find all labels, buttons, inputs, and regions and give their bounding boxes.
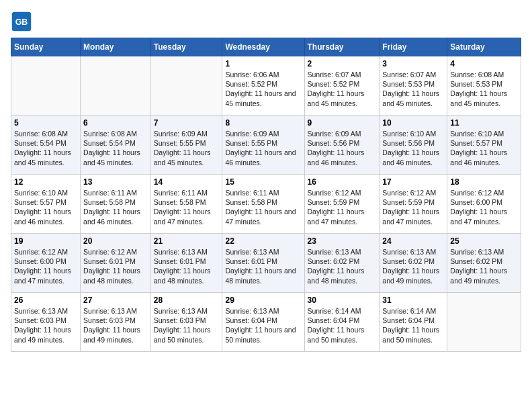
weekday-header-tuesday: Tuesday	[150, 38, 222, 56]
day-content: Sunrise: 6:12 AM Sunset: 6:00 PM Dayligh…	[14, 247, 77, 285]
calendar-cell: 26Sunrise: 6:13 AM Sunset: 6:03 PM Dayli…	[11, 293, 81, 352]
calendar-cell: 3Sunrise: 6:07 AM Sunset: 5:53 PM Daylig…	[380, 56, 447, 116]
day-content: Sunrise: 6:13 AM Sunset: 6:03 PM Dayligh…	[83, 306, 148, 345]
day-content: Sunrise: 6:13 AM Sunset: 6:01 PM Dayligh…	[225, 247, 301, 285]
calendar-cell: 21Sunrise: 6:13 AM Sunset: 6:01 PM Dayli…	[150, 234, 222, 293]
calendar-cell: 8Sunrise: 6:09 AM Sunset: 5:55 PM Daylig…	[222, 116, 304, 175]
day-content: Sunrise: 6:08 AM Sunset: 5:53 PM Dayligh…	[450, 70, 518, 108]
day-content: Sunrise: 6:13 AM Sunset: 6:01 PM Dayligh…	[154, 247, 220, 285]
day-number: 1	[225, 59, 301, 68]
day-content: Sunrise: 6:07 AM Sunset: 5:52 PM Dayligh…	[308, 70, 377, 108]
day-number: 29	[225, 295, 301, 305]
calendar-cell: 10Sunrise: 6:10 AM Sunset: 5:56 PM Dayli…	[380, 116, 447, 175]
calendar-cell: 28Sunrise: 6:13 AM Sunset: 6:03 PM Dayli…	[150, 293, 222, 352]
day-content: Sunrise: 6:12 AM Sunset: 6:00 PM Dayligh…	[450, 188, 518, 226]
page-header: GB	[11, 11, 521, 32]
calendar-cell: 16Sunrise: 6:12 AM Sunset: 5:59 PM Dayli…	[304, 175, 380, 234]
day-number: 30	[308, 295, 377, 305]
day-content: Sunrise: 6:13 AM Sunset: 6:04 PM Dayligh…	[225, 306, 301, 345]
weekday-header-row: SundayMondayTuesdayWednesdayThursdayFrid…	[11, 38, 521, 56]
logo: GB	[11, 11, 35, 32]
calendar-cell: 31Sunrise: 6:14 AM Sunset: 6:04 PM Dayli…	[380, 293, 447, 352]
weekday-header-friday: Friday	[380, 38, 447, 56]
calendar-cell: 15Sunrise: 6:11 AM Sunset: 5:58 PM Dayli…	[222, 175, 304, 234]
day-content: Sunrise: 6:09 AM Sunset: 5:56 PM Dayligh…	[308, 129, 377, 167]
calendar-cell: 12Sunrise: 6:10 AM Sunset: 5:57 PM Dayli…	[11, 175, 81, 234]
day-number: 27	[83, 295, 148, 305]
day-number: 20	[83, 236, 148, 246]
day-number: 7	[154, 118, 220, 128]
calendar-week-row: 5Sunrise: 6:08 AM Sunset: 5:54 PM Daylig…	[11, 116, 521, 175]
day-number: 19	[14, 236, 77, 246]
calendar-cell: 18Sunrise: 6:12 AM Sunset: 6:00 PM Dayli…	[447, 175, 521, 234]
day-number: 11	[450, 118, 518, 128]
day-number: 2	[308, 59, 377, 68]
day-content: Sunrise: 6:13 AM Sunset: 6:02 PM Dayligh…	[382, 247, 444, 285]
calendar-cell: 24Sunrise: 6:13 AM Sunset: 6:02 PM Dayli…	[380, 234, 447, 293]
day-number: 22	[225, 236, 301, 246]
calendar-cell: 19Sunrise: 6:12 AM Sunset: 6:00 PM Dayli…	[11, 234, 81, 293]
day-content: Sunrise: 6:11 AM Sunset: 5:58 PM Dayligh…	[154, 188, 220, 226]
calendar-cell: 13Sunrise: 6:11 AM Sunset: 5:58 PM Dayli…	[81, 175, 151, 234]
day-number: 5	[14, 118, 77, 128]
day-number: 13	[83, 177, 148, 187]
day-number: 31	[382, 295, 444, 305]
day-number: 25	[450, 236, 518, 246]
day-content: Sunrise: 6:12 AM Sunset: 5:59 PM Dayligh…	[382, 188, 444, 226]
day-content: Sunrise: 6:10 AM Sunset: 5:56 PM Dayligh…	[382, 129, 444, 167]
day-number: 24	[382, 236, 444, 246]
day-content: Sunrise: 6:13 AM Sunset: 6:02 PM Dayligh…	[308, 247, 377, 285]
day-content: Sunrise: 6:09 AM Sunset: 5:55 PM Dayligh…	[154, 129, 220, 167]
day-content: Sunrise: 6:10 AM Sunset: 5:57 PM Dayligh…	[14, 188, 77, 226]
day-content: Sunrise: 6:14 AM Sunset: 6:04 PM Dayligh…	[382, 306, 444, 345]
calendar-cell: 1Sunrise: 6:06 AM Sunset: 5:52 PM Daylig…	[222, 56, 304, 116]
calendar-cell: 6Sunrise: 6:08 AM Sunset: 5:54 PM Daylig…	[81, 116, 151, 175]
calendar-cell: 25Sunrise: 6:13 AM Sunset: 6:02 PM Dayli…	[447, 234, 521, 293]
day-number: 12	[14, 177, 77, 187]
calendar-cell: 20Sunrise: 6:12 AM Sunset: 6:01 PM Dayli…	[81, 234, 151, 293]
calendar-week-row: 19Sunrise: 6:12 AM Sunset: 6:00 PM Dayli…	[11, 234, 521, 293]
day-content: Sunrise: 6:14 AM Sunset: 6:04 PM Dayligh…	[308, 306, 377, 345]
day-number: 9	[308, 118, 377, 128]
day-number: 10	[382, 118, 444, 128]
day-content: Sunrise: 6:13 AM Sunset: 6:03 PM Dayligh…	[14, 306, 77, 345]
calendar-cell	[150, 56, 222, 116]
weekday-header-sunday: Sunday	[11, 38, 81, 56]
day-number: 28	[154, 295, 220, 305]
calendar-cell: 23Sunrise: 6:13 AM Sunset: 6:02 PM Dayli…	[304, 234, 380, 293]
weekday-header-saturday: Saturday	[447, 38, 521, 56]
calendar-cell	[447, 293, 521, 352]
calendar-cell: 17Sunrise: 6:12 AM Sunset: 5:59 PM Dayli…	[380, 175, 447, 234]
calendar-cell: 11Sunrise: 6:10 AM Sunset: 5:57 PM Dayli…	[447, 116, 521, 175]
day-content: Sunrise: 6:06 AM Sunset: 5:52 PM Dayligh…	[225, 70, 301, 108]
day-number: 16	[308, 177, 377, 187]
day-content: Sunrise: 6:08 AM Sunset: 5:54 PM Dayligh…	[14, 129, 77, 167]
day-number: 8	[225, 118, 301, 128]
day-number: 15	[225, 177, 301, 187]
day-content: Sunrise: 6:11 AM Sunset: 5:58 PM Dayligh…	[83, 188, 148, 226]
day-number: 3	[382, 59, 444, 68]
calendar-cell: 29Sunrise: 6:13 AM Sunset: 6:04 PM Dayli…	[222, 293, 304, 352]
svg-text:GB: GB	[15, 17, 28, 27]
calendar-week-row: 12Sunrise: 6:10 AM Sunset: 5:57 PM Dayli…	[11, 175, 521, 234]
calendar-cell: 7Sunrise: 6:09 AM Sunset: 5:55 PM Daylig…	[150, 116, 222, 175]
calendar-cell: 22Sunrise: 6:13 AM Sunset: 6:01 PM Dayli…	[222, 234, 304, 293]
weekday-header-wednesday: Wednesday	[222, 38, 304, 56]
day-content: Sunrise: 6:12 AM Sunset: 5:59 PM Dayligh…	[308, 188, 377, 226]
day-number: 18	[450, 177, 518, 187]
day-number: 4	[450, 59, 518, 68]
calendar-cell: 14Sunrise: 6:11 AM Sunset: 5:58 PM Dayli…	[150, 175, 222, 234]
calendar-week-row: 26Sunrise: 6:13 AM Sunset: 6:03 PM Dayli…	[11, 293, 521, 352]
day-number: 14	[154, 177, 220, 187]
calendar-cell: 5Sunrise: 6:08 AM Sunset: 5:54 PM Daylig…	[11, 116, 81, 175]
calendar-cell: 30Sunrise: 6:14 AM Sunset: 6:04 PM Dayli…	[304, 293, 380, 352]
day-content: Sunrise: 6:09 AM Sunset: 5:55 PM Dayligh…	[225, 129, 301, 167]
calendar-cell: 4Sunrise: 6:08 AM Sunset: 5:53 PM Daylig…	[447, 56, 521, 116]
day-content: Sunrise: 6:12 AM Sunset: 6:01 PM Dayligh…	[83, 247, 148, 285]
weekday-header-thursday: Thursday	[304, 38, 380, 56]
calendar-cell: 9Sunrise: 6:09 AM Sunset: 5:56 PM Daylig…	[304, 116, 380, 175]
day-number: 23	[308, 236, 377, 246]
weekday-header-monday: Monday	[81, 38, 151, 56]
day-content: Sunrise: 6:10 AM Sunset: 5:57 PM Dayligh…	[450, 129, 518, 167]
day-content: Sunrise: 6:07 AM Sunset: 5:53 PM Dayligh…	[382, 70, 444, 108]
